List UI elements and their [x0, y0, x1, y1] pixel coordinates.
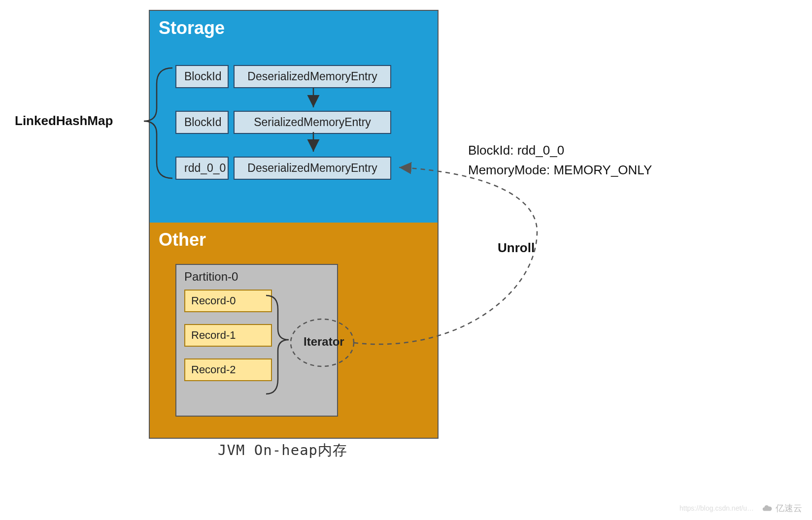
partition-title: Partition-0 — [184, 270, 329, 284]
map-value-cell: SerializedMemoryEntry — [234, 111, 391, 134]
annotation-unroll: Unroll — [498, 240, 535, 256]
watermark: https://blog.csdn.net/u… 亿速云 — [679, 502, 802, 514]
other-title: Other — [159, 229, 429, 250]
map-value-cell: DeserializedMemoryEntry — [234, 65, 391, 88]
map-rows: BlockId DeserializedMemoryEntry BlockId … — [175, 65, 391, 180]
annotation-memorymode: MemoryMode: MEMORY_ONLY — [468, 162, 652, 178]
partition-box: Partition-0 Record-0 Record-1 Record-2 I… — [175, 264, 338, 417]
cloud-icon — [762, 503, 773, 514]
jvm-memory-container: Storage BlockId DeserializedMemoryEntry … — [149, 10, 439, 439]
record-box: Record-1 — [184, 324, 272, 347]
iterator-label: Iterator — [304, 335, 344, 349]
record-box: Record-0 — [184, 290, 272, 312]
watermark-brand: 亿速云 — [776, 502, 802, 514]
linked-hashmap-label: LinkedHashMap — [15, 113, 113, 129]
map-key-cell: BlockId — [175, 65, 229, 88]
map-row: BlockId SerializedMemoryEntry — [175, 111, 391, 134]
map-key-cell: rdd_0_0 — [175, 157, 229, 180]
map-row: BlockId DeserializedMemoryEntry — [175, 65, 391, 88]
map-row: rdd_0_0 DeserializedMemoryEntry — [175, 157, 391, 180]
storage-title: Storage — [159, 18, 429, 38]
annotation-blockid: BlockId: rdd_0_0 — [468, 143, 564, 158]
map-key-cell: BlockId — [175, 111, 229, 134]
other-section: Other Partition-0 Record-0 Record-1 Reco… — [150, 223, 438, 438]
watermark-url: https://blog.csdn.net/u… — [679, 504, 754, 512]
record-box: Record-2 — [184, 358, 272, 381]
storage-section: Storage BlockId DeserializedMemoryEntry … — [150, 11, 438, 223]
diagram-caption: JVM On-heap内存 — [218, 441, 347, 460]
map-value-cell: DeserializedMemoryEntry — [234, 157, 391, 180]
